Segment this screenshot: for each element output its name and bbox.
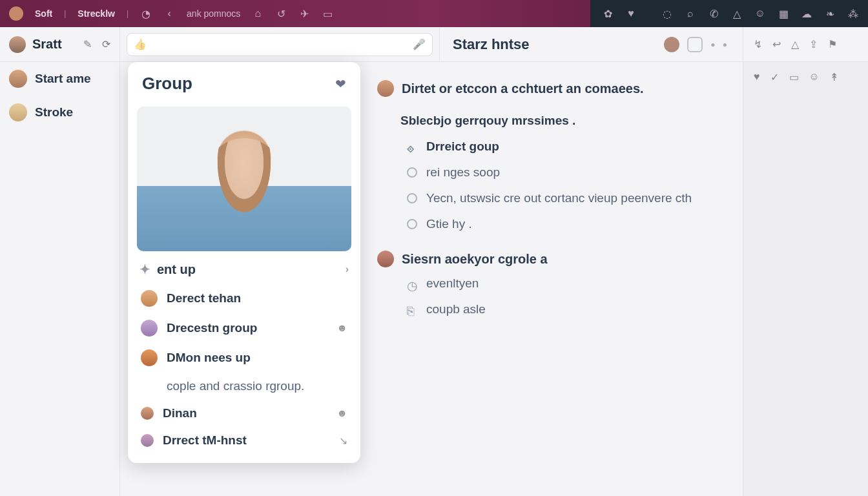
current-user-name: Sratt [32,37,62,52]
option-item[interactable]: Yecn, utswsic cre out cortanc vieup peen… [407,191,730,205]
doc-icon[interactable]: ▭ [322,8,333,19]
bell-icon[interactable]: △ [731,8,743,19]
avatar [141,349,158,366]
option-item[interactable]: ⎘ coupb asle [407,302,730,316]
message-header: Siesrn aoekyor cgrole a [377,251,730,267]
conversation-item[interactable]: Start ame [0,62,119,96]
chat-icon[interactable]: ◌ [661,8,673,19]
tag-icon[interactable]: ⌂ [252,8,264,19]
search-wrap: 👍 🎤 [120,27,439,61]
pin-icon[interactable]: ↟ [830,71,838,83]
message-block: Dirtet or etccon a cchtuert an comaees. … [377,80,730,231]
grid-icon[interactable]: ▦ [778,8,789,19]
list-item[interactable]: Drecestn group ☻ [132,313,356,343]
tag-icon[interactable]: ▭ [789,71,799,83]
list-item[interactable]: Drrect tM-hnst ↘ [132,427,356,454]
message-heading: Siesrn aoekyor cgrole a [402,252,548,267]
search-icon[interactable]: ⌕ [685,8,696,19]
heart-icon[interactable]: ♥ [625,8,637,19]
up-icon[interactable]: △ [791,38,799,50]
avatar [9,103,27,121]
message-block: Siesrn aoekyor cgrole a ◷ evenltyen ⎘ co… [377,251,730,316]
sender-avatar[interactable] [377,251,394,267]
chevron-icon: ‹ [163,8,175,19]
channel-title: Starz hntse [453,36,530,53]
message-header: Dirtet or etccon a cchtuert an comaees. [377,80,730,97]
person-name: Drecestn group [167,321,257,335]
more-icon[interactable]: ⁂ [847,8,859,19]
workspace-name[interactable]: Strecklw [78,8,115,19]
option-item[interactable]: ◷ evenltyen [407,276,730,291]
heart-icon[interactable]: ♥ [754,71,760,83]
member-avatar[interactable] [664,37,679,52]
conversation-name: Start ame [35,72,91,86]
thumb-icon: 👍 [134,38,147,50]
search-field[interactable] [152,39,408,50]
option-label: coupb asle [426,302,486,316]
option-item[interactable]: Gtie hy . [407,217,730,231]
reply-icon[interactable]: ↩ [772,38,781,50]
people-list: Derect tehan Drecestn group ☻ DMon nees … [128,281,360,457]
sender-avatar[interactable] [377,80,394,97]
radio-icon [407,219,417,229]
avatar [141,290,158,307]
channel-header: Starz hntse ● ● [439,27,743,61]
person-name: Drrect tM-hnst [163,433,247,448]
right-gutter-row: ♥ ✓ ▭ ☺ ↟ [743,62,868,92]
card-title: Group [142,74,192,94]
user-avatar [9,36,26,53]
option-item[interactable]: ⟐ Drreict goup [407,140,730,154]
share-icon[interactable]: ⇪ [809,38,818,50]
user-icon[interactable]: ☺ [754,8,766,19]
app-name: Soft [35,8,52,19]
cloud-icon[interactable]: ☁ [801,8,812,19]
search-input[interactable]: 👍 🎤 [127,33,433,56]
check-icon[interactable]: ✓ [770,71,779,83]
palette-icon[interactable]: ✿ [602,8,614,19]
right-gutter: ♥ ✓ ▭ ☺ ↟ [743,62,868,496]
breadcrumb[interactable]: ank pomnocs [187,8,240,19]
option-label: rei nges soop [426,165,500,180]
person-name: Derect tehan [167,291,241,305]
chevron-icon: ↘ [339,435,347,447]
sidebar-header[interactable]: Sratt ✎ ⟳ [0,27,120,61]
list-item[interactable]: Derect tehan [132,284,356,313]
history-icon[interactable]: ↺ [275,8,287,19]
status-icon: ☻ [336,322,347,334]
people-icon[interactable]: ☺ [809,71,820,83]
bolt-icon[interactable]: ↯ [754,38,762,50]
card-section-header[interactable]: ✦ ent up › [128,251,360,281]
option-list: ⟐ Drreict goup rei nges soop Yecn, utsws… [407,140,730,231]
person-name: DMon nees up [167,351,251,365]
radio-icon [407,193,417,203]
mic-icon[interactable]: 🎤 [413,38,426,50]
workspace-avatar[interactable] [9,6,23,21]
list-item[interactable]: Dinan ☻ [132,400,356,427]
edit-icon[interactable]: ✎ [83,38,92,50]
card-header: Group ❤ [128,62,360,103]
clock-icon: ◔ [140,8,152,19]
refresh-icon[interactable]: ⟳ [102,38,110,50]
apps-button[interactable] [687,37,703,52]
cloud-icon[interactable]: ❤ [335,76,346,92]
avatar [141,320,158,336]
list-item[interactable]: cople and crassio rgroup. [132,373,356,400]
option-label: Yecn, utswsic cre out cortanc vieup peen… [426,191,692,205]
link-icon: ⟐ [407,141,417,152]
flag-icon[interactable]: ⚑ [828,38,837,50]
avatar [141,434,154,447]
option-list: ◷ evenltyen ⎘ coupb asle [407,276,730,316]
conversation-list: Start ame Stroke [0,62,120,496]
send-icon[interactable]: ✈ [298,8,310,19]
option-label: Drreict goup [426,140,499,154]
radio-icon [407,167,417,178]
divider: | [127,9,129,18]
leaf-icon[interactable]: ❧ [824,8,836,19]
option-item[interactable]: rei nges soop [407,165,730,180]
phone-icon[interactable]: ✆ [708,8,719,19]
list-item[interactable]: DMon nees up [132,343,356,373]
section-label: ent up [157,262,196,277]
conversation-item[interactable]: Stroke [0,96,119,129]
sparkle-icon: ✦ [140,262,150,277]
option-label: evenltyen [426,276,479,291]
